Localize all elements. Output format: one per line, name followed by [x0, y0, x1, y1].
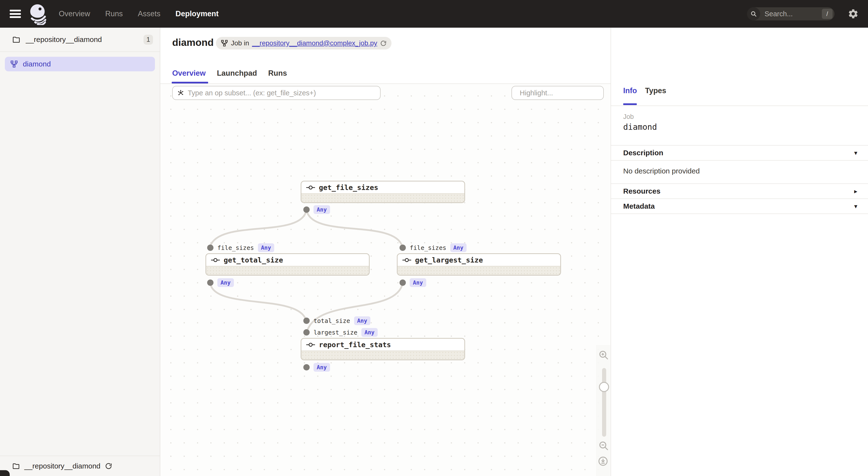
- op-icon: [402, 257, 411, 263]
- repo-name: __repository__diamond: [26, 35, 102, 44]
- chevron-right-icon: ▸: [854, 188, 857, 195]
- op-node-config-strip: [206, 266, 369, 275]
- nav-deployment[interactable]: Deployment: [176, 9, 219, 18]
- output-port-get-largest-size: Any: [400, 279, 426, 286]
- type-badge-any[interactable]: Any: [314, 363, 330, 372]
- page-title: diamond: [172, 37, 214, 48]
- type-badge-any[interactable]: Any: [410, 278, 426, 287]
- op-icon: [306, 342, 315, 348]
- op-node-get-file-sizes[interactable]: get_file_sizes: [301, 181, 465, 203]
- op-icon: [211, 257, 220, 263]
- op-node-config-strip: [398, 266, 560, 275]
- search-icon: [747, 7, 760, 21]
- output-port-report-file-stats: Any: [303, 364, 330, 370]
- zoom-out-icon[interactable]: [598, 440, 609, 451]
- chevron-down-icon: ▾: [854, 203, 857, 210]
- top-nav: Overview Runs Assets Deployment Search..…: [0, 0, 868, 28]
- port-label: file_sizes: [217, 244, 254, 251]
- op-node-report-file-stats[interactable]: report_file_stats: [301, 338, 465, 360]
- op-node-get-total-size[interactable]: get_total_size: [206, 253, 370, 276]
- search-shortcut-key: /: [822, 9, 833, 19]
- graph-canvas[interactable]: get_file_sizes get_total_size: [160, 84, 611, 476]
- panel-tab-underline: [623, 103, 637, 105]
- job-pill-link[interactable]: __repository__diamond@complex_job.py: [252, 39, 377, 47]
- folder-icon: [12, 35, 21, 44]
- input-port-file-sizes-right: file_sizes Any: [400, 244, 467, 251]
- port-dot: [400, 279, 406, 286]
- reload-icon[interactable]: [380, 40, 386, 46]
- input-port-total-size: total_size Any: [303, 317, 370, 324]
- op-selector-icon: [177, 89, 184, 97]
- dagster-logo-icon[interactable]: [27, 3, 50, 25]
- port-dot: [400, 244, 406, 251]
- section-divider: [611, 213, 868, 214]
- op-node-config-strip: [301, 350, 464, 360]
- type-badge-any[interactable]: Any: [258, 243, 274, 252]
- type-badge-any[interactable]: Any: [354, 316, 371, 325]
- repo-header[interactable]: __repository__diamond 1: [0, 28, 160, 52]
- highlight-input[interactable]: [520, 89, 611, 97]
- footer-repo-name: __repository__diamond: [24, 462, 100, 470]
- op-node-name: get_largest_size: [415, 256, 483, 264]
- nav-overview[interactable]: Overview: [59, 9, 90, 18]
- job-graph-icon: [221, 39, 228, 47]
- download-image-icon[interactable]: [598, 456, 609, 467]
- global-search[interactable]: Search... /: [747, 7, 835, 21]
- output-port-get-total-size: Any: [207, 279, 234, 286]
- panel-tab-types[interactable]: Types: [645, 87, 666, 95]
- tab-overview[interactable]: Overview: [172, 69, 206, 83]
- sidebar: __repository__diamond 1 diamond __reposi…: [0, 28, 160, 476]
- job-breadcrumb-pill: Job in __repository__diamond@complex_job…: [216, 37, 392, 49]
- type-badge-any[interactable]: Any: [217, 278, 234, 287]
- port-dot: [303, 364, 310, 370]
- type-badge-any[interactable]: Any: [314, 205, 330, 214]
- port-dot: [207, 244, 214, 251]
- op-subset-input[interactable]: [188, 89, 376, 97]
- tab-runs[interactable]: Runs: [268, 69, 287, 83]
- repo-count-badge: 1: [144, 35, 153, 45]
- zoom-in-icon[interactable]: [598, 349, 609, 361]
- search-placeholder: Search...: [765, 10, 822, 18]
- op-node-get-largest-size[interactable]: get_largest_size: [397, 253, 561, 276]
- reload-icon[interactable]: [105, 463, 112, 470]
- nav-right: Search... /: [747, 7, 868, 21]
- op-subset-filter: [172, 86, 380, 100]
- page-header: diamond Job in __repository__diamond@com…: [160, 28, 611, 84]
- app-root: Overview Runs Assets Deployment Search..…: [0, 0, 868, 476]
- menu-button[interactable]: [10, 10, 21, 18]
- section-title: Resources: [623, 187, 660, 195]
- panel-tab-info[interactable]: Info: [623, 87, 637, 95]
- port-dot: [303, 206, 310, 213]
- info-panel: Info Types Job diamond Description ▾ No …: [611, 28, 868, 476]
- sidebar-item-diamond[interactable]: diamond: [5, 57, 155, 71]
- sidebar-footer: __repository__diamond: [0, 455, 160, 476]
- job-pill-prefix: Job in: [231, 39, 249, 47]
- panel-job-label: Job: [623, 113, 634, 121]
- zoom-slider-track[interactable]: [602, 368, 606, 437]
- section-description-header[interactable]: Description ▾: [611, 145, 868, 160]
- output-port-get-file-sizes: Any: [303, 206, 330, 213]
- type-badge-any[interactable]: Any: [361, 328, 378, 337]
- tab-launchpad[interactable]: Launchpad: [217, 69, 257, 83]
- highlight-filter: [512, 86, 604, 100]
- job-tabs: Overview Launchpad Runs: [172, 69, 287, 83]
- nav-assets[interactable]: Assets: [138, 9, 160, 18]
- port-dot: [303, 317, 310, 324]
- type-badge-any[interactable]: Any: [450, 243, 467, 252]
- panel-sections: Description ▾ No description provided Re…: [611, 145, 868, 214]
- port-label: total_size: [314, 317, 350, 325]
- nav-runs[interactable]: Runs: [105, 9, 123, 18]
- section-title: Description: [623, 149, 663, 157]
- section-metadata-header[interactable]: Metadata ▾: [611, 199, 868, 213]
- op-node-config-strip: [301, 193, 464, 202]
- gear-icon[interactable]: [847, 8, 859, 20]
- section-description-content: No description provided: [611, 160, 868, 183]
- zoom-slider-handle[interactable]: [599, 382, 609, 392]
- section-resources-header[interactable]: Resources ▸: [611, 183, 868, 199]
- port-dot: [303, 329, 310, 336]
- port-dot: [207, 279, 214, 286]
- job-graph-icon: [10, 60, 18, 68]
- section-title: Metadata: [623, 202, 655, 210]
- nav-links: Overview Runs Assets Deployment: [59, 9, 219, 18]
- panel-job-name: diamond: [623, 122, 657, 132]
